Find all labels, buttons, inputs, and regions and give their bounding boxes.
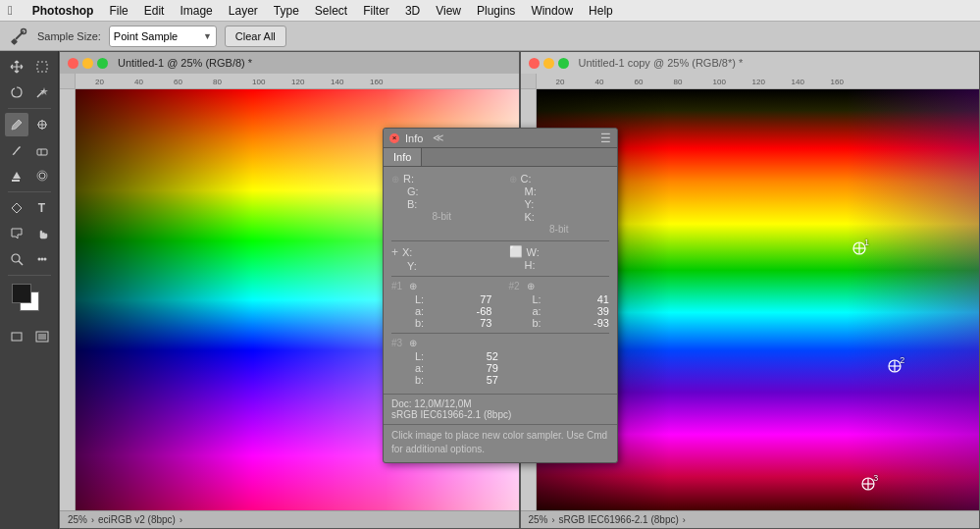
sp3-num: #3: [391, 338, 405, 348]
eyedropper-icon-left: ⊕: [391, 174, 399, 185]
color-sampler-tool[interactable]: [30, 113, 54, 136]
menu-file[interactable]: File: [101, 2, 135, 20]
pen-tool[interactable]: [5, 196, 28, 220]
status-arrow-right: ›: [552, 515, 555, 525]
brush-tool[interactable]: [5, 138, 28, 162]
r-label: R:: [403, 173, 415, 185]
panel-menu-icon[interactable]: ☰: [600, 132, 611, 145]
c-label: C:: [521, 173, 533, 185]
svg-point-18: [40, 258, 43, 261]
info-divider-3: [391, 333, 609, 334]
wh-col: ⬜ W: H:: [509, 245, 610, 271]
maximize-button-left[interactable]: [97, 58, 108, 69]
g-label: G:: [407, 185, 419, 197]
panel-tabs: Info: [384, 148, 617, 167]
fill-tool[interactable]: [5, 164, 28, 187]
change-screen-mode[interactable]: [30, 325, 54, 348]
svg-rect-10: [37, 149, 47, 155]
menu-edit[interactable]: Edit: [136, 2, 173, 20]
menu-bar:  Photoshop File Edit Image Layer Type S…: [0, 0, 980, 22]
tool-row: [0, 55, 58, 79]
crosshair-2-label: 2: [900, 355, 904, 365]
r-item: ⊕ R:: [391, 173, 492, 185]
sp3-a-label: a:: [415, 362, 429, 374]
menu-view[interactable]: View: [428, 2, 469, 20]
sp2-l-item: L: 41: [533, 293, 610, 305]
minimize-button-left[interactable]: [82, 58, 93, 69]
close-button-right[interactable]: [529, 58, 540, 69]
sp2-a-item: a: 39: [533, 305, 610, 317]
screen-mode-button[interactable]: [5, 325, 28, 348]
bit-depth-left: 8-bit: [391, 211, 492, 222]
sample-size-select[interactable]: Point Sample ▼: [109, 26, 217, 47]
clear-all-button[interactable]: Clear All: [225, 26, 286, 47]
hint-line-2: for additional options.: [391, 443, 609, 456]
right-zoom-level: 25%: [529, 514, 548, 525]
panel-collapse-icon[interactable]: ≪: [433, 132, 444, 144]
menu-type[interactable]: Type: [266, 2, 307, 20]
menu-layer[interactable]: Layer: [221, 2, 266, 20]
path-selection-tool[interactable]: [5, 222, 28, 245]
menu-3d[interactable]: 3D: [397, 2, 428, 20]
svg-rect-3: [37, 62, 47, 72]
sp2-b-value: -93: [593, 317, 609, 329]
color-values-row: ⊕ R: G: B: 8-bit ⊕: [391, 173, 609, 237]
panel-close-button[interactable]: ×: [389, 133, 399, 143]
status-arrow-right2: ›: [683, 515, 686, 525]
doc-colorprofile: sRGB IEC61966-2.1 (8bpc): [391, 409, 609, 420]
magic-wand-tool[interactable]: [30, 80, 54, 104]
menu-image[interactable]: Image: [172, 2, 220, 20]
hand-tool[interactable]: [30, 222, 54, 245]
eyedropper-icon: [8, 26, 29, 47]
sp1-icon: ⊕: [409, 281, 417, 291]
eyedropper-icon-right: ⊕: [509, 174, 517, 185]
zoom-tool[interactable]: [5, 247, 28, 271]
crosshair-2[interactable]: 2: [886, 357, 903, 377]
left-doc-titlebar: Untitled-1 @ 25% (RGB/8) *: [60, 52, 519, 74]
bit-depth-right: 8-bit: [509, 224, 610, 235]
y-coord-label: Y:: [407, 260, 419, 272]
marquee-tool[interactable]: [30, 55, 54, 79]
sp1-a-label: a:: [415, 305, 429, 317]
sp1-b-label: b:: [415, 317, 429, 329]
eraser-tool[interactable]: [30, 138, 54, 162]
close-button-left[interactable]: [68, 58, 78, 69]
menu-select[interactable]: Select: [307, 2, 355, 20]
sp3-b-value: 57: [487, 374, 498, 386]
cmyk-col: ⊕ C: M: Y: K:: [509, 173, 610, 237]
menu-filter[interactable]: Filter: [355, 2, 397, 20]
y-coord-item: Y:: [391, 260, 492, 272]
minimize-button-right[interactable]: [543, 58, 554, 69]
sp3-values: L: 52 a: 79 b: 57: [391, 350, 498, 386]
type-tool[interactable]: T: [30, 196, 54, 220]
select-arrow-icon: ▼: [203, 31, 212, 41]
m-item: M:: [509, 185, 610, 197]
crosshair-3[interactable]: 3: [859, 475, 877, 495]
foreground-color-swatch[interactable]: [12, 284, 31, 303]
b-item: B:: [391, 198, 492, 210]
menu-photoshop[interactable]: Photoshop: [25, 2, 102, 20]
left-traffic-lights: [68, 58, 108, 69]
sp3-l-item: L: 52: [415, 350, 498, 362]
y-label: Y:: [525, 198, 537, 210]
move-tool[interactable]: [5, 55, 28, 79]
eyedropper-tool[interactable]: [5, 113, 28, 136]
svg-point-14: [39, 173, 45, 179]
info-panel: × Info ≪ ☰ Info ⊕ R: G: B: [383, 128, 618, 463]
sp1-l-value: 77: [480, 293, 491, 305]
maximize-button-right[interactable]: [558, 58, 569, 69]
svg-point-19: [43, 258, 46, 261]
left-doc-title: Untitled-1 @ 25% (RGB/8) *: [118, 57, 252, 69]
crosshair-1[interactable]: 1: [851, 239, 868, 259]
lasso-tool[interactable]: [5, 80, 28, 104]
right-doc-title: Untitled-1 copy @ 25% (RGB/8*) *: [579, 57, 744, 69]
menu-window[interactable]: Window: [523, 2, 581, 20]
tab-info[interactable]: Info: [384, 148, 422, 166]
xy-col: + X: Y:: [391, 245, 492, 272]
panel-body: ⊕ R: G: B: 8-bit ⊕: [384, 167, 617, 394]
extra-tool[interactable]: [30, 247, 54, 271]
menu-help[interactable]: Help: [581, 2, 621, 20]
blur-tool[interactable]: [30, 164, 54, 187]
color-swatches[interactable]: [12, 284, 47, 319]
menu-plugins[interactable]: Plugins: [469, 2, 523, 20]
